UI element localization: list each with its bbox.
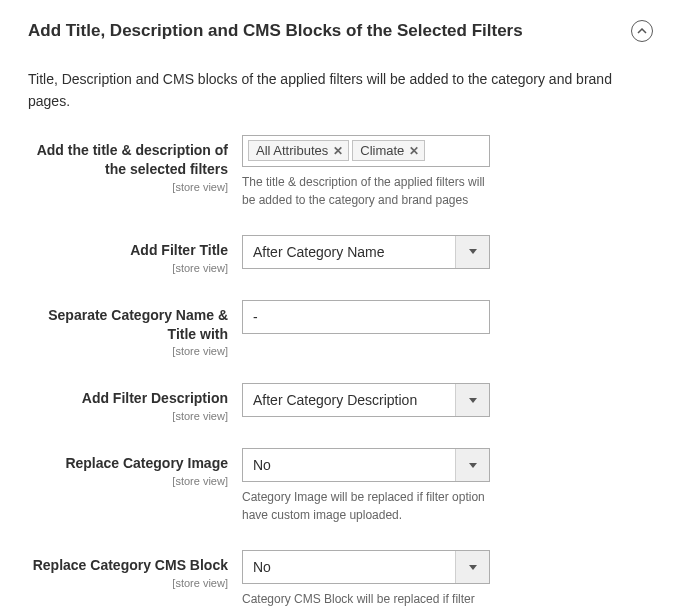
- chevron-down-icon: [455, 384, 489, 416]
- scope-label: [store view]: [28, 345, 228, 357]
- field-row-filter-title: Add Filter Title [store view] After Cate…: [28, 235, 653, 274]
- chevron-down-icon: [455, 449, 489, 481]
- field-label: Replace Category Image: [28, 454, 228, 473]
- section-header: Add Title, Description and CMS Blocks of…: [28, 20, 653, 52]
- scope-label: [store view]: [28, 181, 228, 193]
- chevron-down-icon: [455, 236, 489, 268]
- tag-all-attributes[interactable]: All Attributes ✕: [248, 140, 349, 161]
- tag-climate[interactable]: Climate ✕: [352, 140, 425, 161]
- field-label: Add Filter Description: [28, 389, 228, 408]
- field-help: Category Image will be replaced if filte…: [242, 488, 490, 524]
- chevron-down-icon: [455, 551, 489, 583]
- select-value: No: [243, 551, 455, 583]
- filter-title-select[interactable]: After Category Name: [242, 235, 490, 269]
- select-value: After Category Description: [243, 384, 455, 416]
- field-row-filter-description: Add Filter Description [store view] Afte…: [28, 383, 653, 422]
- scope-label: [store view]: [28, 410, 228, 422]
- scope-label: [store view]: [28, 475, 228, 487]
- field-label: Add the title & description of the selec…: [28, 141, 228, 179]
- separator-input[interactable]: [242, 300, 490, 334]
- field-label: Separate Category Name & Title with: [28, 306, 228, 344]
- selected-filters-input[interactable]: All Attributes ✕ Climate ✕: [242, 135, 490, 167]
- field-label: Add Filter Title: [28, 241, 228, 260]
- select-value: No: [243, 449, 455, 481]
- field-help: The title & description of the applied f…: [242, 173, 490, 209]
- field-row-replace-image: Replace Category Image [store view] No C…: [28, 448, 653, 524]
- filter-description-select[interactable]: After Category Description: [242, 383, 490, 417]
- chevron-up-icon: [637, 28, 647, 34]
- replace-cms-select[interactable]: No: [242, 550, 490, 584]
- close-icon[interactable]: ✕: [409, 144, 419, 158]
- select-value: After Category Name: [243, 236, 455, 268]
- scope-label: [store view]: [28, 577, 228, 589]
- section-title: Add Title, Description and CMS Blocks of…: [28, 21, 523, 41]
- tag-label: All Attributes: [256, 143, 328, 158]
- section-description: Title, Description and CMS blocks of the…: [28, 68, 653, 113]
- field-row-selected-filters: Add the title & description of the selec…: [28, 135, 653, 209]
- close-icon[interactable]: ✕: [333, 144, 343, 158]
- field-label: Replace Category CMS Block: [28, 556, 228, 575]
- tag-label: Climate: [360, 143, 404, 158]
- field-row-replace-cms: Replace Category CMS Block [store view] …: [28, 550, 653, 608]
- field-help: Category CMS Block will be replaced if f…: [242, 590, 490, 608]
- field-row-separator: Separate Category Name & Title with [sto…: [28, 300, 653, 358]
- replace-image-select[interactable]: No: [242, 448, 490, 482]
- collapse-toggle-button[interactable]: [631, 20, 653, 42]
- scope-label: [store view]: [28, 262, 228, 274]
